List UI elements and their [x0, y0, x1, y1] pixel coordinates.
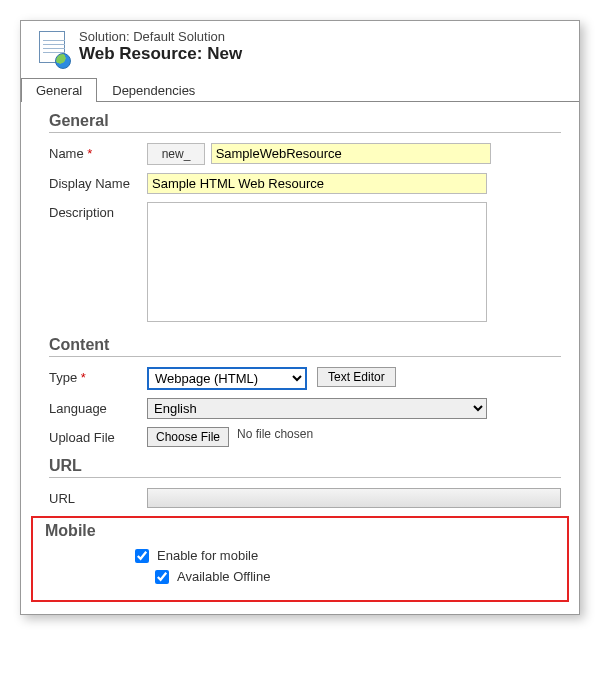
name-input[interactable] [211, 143, 491, 164]
panel-header: Solution: Default Solution Web Resource:… [21, 21, 579, 75]
section-content: Content Type * Webpage (HTML) Text Edito… [49, 336, 561, 447]
row-url: URL [49, 488, 561, 508]
form-area: General Name * new_ Display Name Descrip… [21, 102, 579, 508]
section-general-head: General [49, 112, 561, 133]
row-upload-file: Upload File Choose File No file chosen [49, 427, 561, 447]
tab-dependencies[interactable]: Dependencies [97, 78, 210, 102]
label-upload: Upload File [49, 427, 147, 445]
section-url: URL URL [49, 457, 561, 508]
name-controls: new_ [147, 143, 491, 165]
label-type-text: Type [49, 370, 77, 385]
label-url: URL [49, 488, 147, 506]
available-offline-checkbox[interactable] [155, 570, 169, 584]
enable-mobile-checkbox[interactable] [135, 549, 149, 563]
row-display-name: Display Name [49, 173, 561, 194]
header-text: Solution: Default Solution Web Resource:… [79, 29, 242, 64]
row-type: Type * Webpage (HTML) Text Editor [49, 367, 561, 390]
section-content-head: Content [49, 336, 561, 357]
label-name-text: Name [49, 146, 84, 161]
tab-bar: General Dependencies [21, 77, 579, 102]
required-asterisk: * [77, 370, 86, 385]
row-description: Description [49, 202, 561, 322]
display-name-input[interactable] [147, 173, 487, 194]
required-asterisk: * [84, 146, 93, 161]
name-prefix: new_ [147, 143, 205, 165]
row-name: Name * new_ [49, 143, 561, 165]
language-select[interactable]: English [147, 398, 487, 419]
available-offline-label: Available Offline [177, 569, 270, 584]
url-display [147, 488, 561, 508]
type-select[interactable]: Webpage (HTML) [147, 367, 307, 390]
section-url-head: URL [49, 457, 561, 478]
tab-general[interactable]: General [21, 78, 97, 102]
label-name: Name * [49, 143, 147, 161]
web-resource-panel: Solution: Default Solution Web Resource:… [20, 20, 580, 615]
section-mobile: Mobile Enable for mobile Available Offli… [31, 516, 569, 602]
row-enable-mobile: Enable for mobile [135, 548, 555, 563]
section-mobile-head: Mobile [45, 522, 555, 540]
choose-file-button[interactable]: Choose File [147, 427, 229, 447]
description-textarea[interactable] [147, 202, 487, 322]
row-available-offline: Available Offline [155, 569, 555, 584]
label-display-name: Display Name [49, 173, 147, 191]
enable-mobile-label: Enable for mobile [157, 548, 258, 563]
label-description: Description [49, 202, 147, 220]
row-language: Language English [49, 398, 561, 419]
label-language: Language [49, 398, 147, 416]
text-editor-button[interactable]: Text Editor [317, 367, 396, 387]
solution-line: Solution: Default Solution [79, 29, 242, 44]
label-type: Type * [49, 367, 147, 385]
file-status-text: No file chosen [237, 427, 313, 441]
page-title: Web Resource: New [79, 44, 242, 64]
web-resource-icon [39, 31, 69, 67]
